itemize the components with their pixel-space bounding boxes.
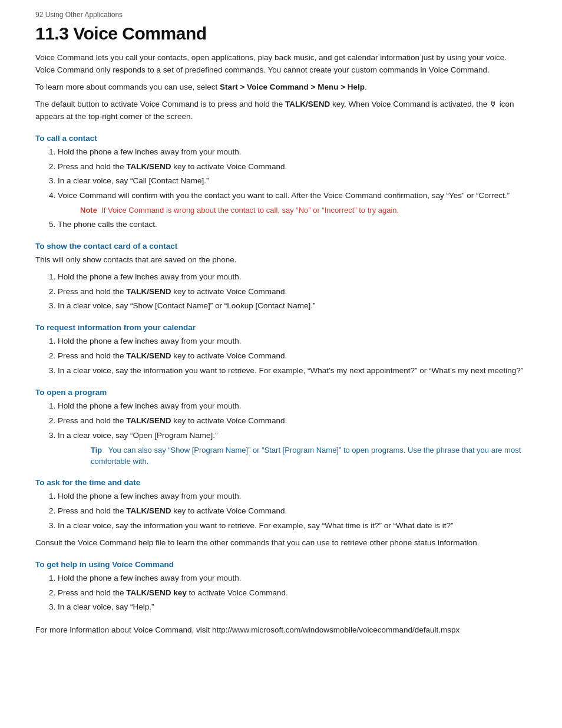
footer-text: For more information about Voice Command… bbox=[35, 624, 527, 637]
note-label: Note bbox=[80, 206, 97, 215]
section-heading-request-calendar: To request information from your calenda… bbox=[35, 323, 527, 332]
list-item: In a clear voice, say “Help.” bbox=[58, 601, 527, 614]
section-request-calendar: To request information from your calenda… bbox=[35, 323, 527, 377]
list-item: Press and hold the TALK/SEND key to acti… bbox=[58, 587, 527, 599]
section-heading-get-help: To get help in using Voice Command bbox=[35, 560, 527, 569]
intro-para-1: Voice Command lets you call your contact… bbox=[35, 52, 527, 77]
ask-time-outro: Consult the Voice Command help file to l… bbox=[35, 537, 527, 549]
section-heading-call-contact: To call a contact bbox=[35, 134, 527, 143]
section-heading-show-contact-card: To show the contact card of a contact bbox=[35, 242, 527, 251]
list-item: Press and hold the TALK/SEND key to acti… bbox=[58, 286, 527, 298]
list-item: Hold the phone a few inches away from yo… bbox=[58, 271, 527, 284]
list-item: Press and hold the TALK/SEND key to acti… bbox=[58, 350, 527, 363]
tip-label: Tip bbox=[91, 446, 102, 454]
list-item: In a clear voice, say “Call [Contact Nam… bbox=[58, 175, 527, 187]
show-contact-intro: This will only show contacts that are sa… bbox=[35, 254, 527, 266]
page-title: 11.3 Voice Command bbox=[35, 24, 527, 44]
list-item: Hold the phone a few inches away from yo… bbox=[58, 400, 527, 413]
list-item: The phone calls the contact. bbox=[58, 219, 527, 231]
list-item: Press and hold the TALK/SEND key to acti… bbox=[58, 161, 527, 173]
steps-ask-time-date: Hold the phone a few inches away from yo… bbox=[58, 490, 527, 532]
list-item: Hold the phone a few inches away from yo… bbox=[58, 490, 527, 503]
list-item: In a clear voice, say the information yo… bbox=[58, 520, 527, 532]
list-item: In a clear voice, say “Open [Program Nam… bbox=[58, 430, 527, 467]
mic-icon: 🎙 bbox=[490, 98, 497, 110]
steps-show-contact-card: Hold the phone a few inches away from yo… bbox=[58, 271, 527, 313]
section-open-program: To open a program Hold the phone a few i… bbox=[35, 388, 527, 467]
list-item: Hold the phone a few inches away from yo… bbox=[58, 335, 527, 348]
intro-para-3: The default button to activate Voice Com… bbox=[35, 98, 527, 123]
section-ask-time-date: To ask for the time and date Hold the ph… bbox=[35, 478, 527, 549]
steps-call-contact: Hold the phone a few inches away from yo… bbox=[58, 146, 527, 231]
list-item: In a clear voice, say the information yo… bbox=[58, 365, 527, 377]
section-call-contact: To call a contact Hold the phone a few i… bbox=[35, 134, 527, 231]
list-item: In a clear voice, say “Show [Contact Nam… bbox=[58, 300, 527, 312]
steps-open-program: Hold the phone a few inches away from yo… bbox=[58, 400, 527, 467]
intro-para-2: To learn more about commands you can use… bbox=[35, 81, 527, 94]
list-item: Press and hold the TALK/SEND key to acti… bbox=[58, 415, 527, 427]
list-item: Voice Command will confirm with you the … bbox=[58, 190, 527, 216]
note-block: Note If Voice Command is wrong about the… bbox=[80, 205, 527, 216]
section-heading-ask-time-date: To ask for the time and date bbox=[35, 478, 527, 487]
tip-block: Tip You can also say “Show [Program Name… bbox=[91, 444, 527, 467]
steps-request-calendar: Hold the phone a few inches away from yo… bbox=[58, 335, 527, 377]
list-item: Hold the phone a few inches away from yo… bbox=[58, 146, 527, 159]
section-heading-open-program: To open a program bbox=[35, 388, 527, 397]
list-item: Press and hold the TALK/SEND key to acti… bbox=[58, 505, 527, 518]
page-label: 92 Using Other Applications bbox=[35, 11, 527, 19]
section-get-help: To get help in using Voice Command Hold … bbox=[35, 560, 527, 614]
section-show-contact-card: To show the contact card of a contact Th… bbox=[35, 242, 527, 313]
steps-get-help: Hold the phone a few inches away from yo… bbox=[58, 572, 527, 614]
list-item: Hold the phone a few inches away from yo… bbox=[58, 572, 527, 585]
